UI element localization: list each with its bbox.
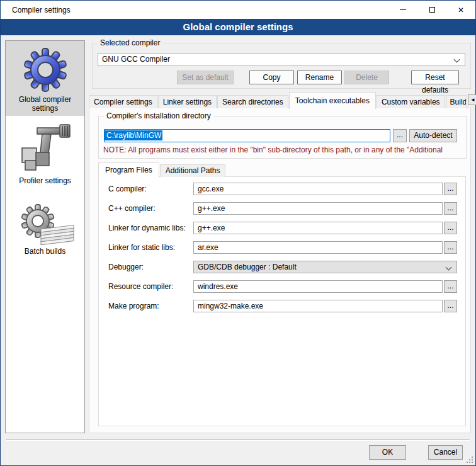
field-value: windres.exe [198, 282, 238, 291]
chevron-down-icon [454, 57, 460, 63]
tab-search-directories[interactable]: Search directories [217, 95, 288, 108]
debugger-select[interactable]: GDB/CDB debugger : Default [193, 261, 457, 273]
blue-gear-icon [23, 45, 67, 95]
rename-button[interactable]: Rename [297, 71, 342, 84]
caliper-icon [17, 122, 74, 176]
field-value: mingw32-make.exe [198, 302, 263, 310]
sidebar-item-batch-builds[interactable]: Batch builds [6, 189, 84, 259]
close-button[interactable]: ✕ [446, 1, 475, 19]
static-linker-input[interactable]: ar.exe [193, 241, 443, 254]
field-label: C compiler: [108, 183, 147, 195]
make-program-input[interactable]: mingw32-make.exe [193, 300, 443, 312]
c-compiler-input[interactable]: gcc.exe [193, 183, 443, 195]
ok-button[interactable]: OK [369, 445, 406, 460]
field-row: Resource compiler: windres.exe ... [99, 280, 465, 293]
minimize-icon [400, 9, 406, 10]
minimize-button[interactable] [388, 1, 417, 19]
chevron-down-icon [446, 264, 452, 271]
reset-defaults-button[interactable]: Reset defaults [411, 71, 459, 84]
browse-resource-compiler-button[interactable]: ... [444, 280, 457, 293]
tab-additional-paths[interactable]: Additional Paths [160, 164, 226, 177]
resize-grip[interactable] [472, 462, 473, 463]
group-label: Compiler's installation directory [104, 111, 213, 120]
compiler-select-value: GNU GCC Compiler [102, 55, 170, 64]
browse-make-program-button[interactable]: ... [444, 300, 457, 312]
cpp-compiler-input[interactable]: g++.exe [193, 202, 443, 215]
field-row: C++ compiler: g++.exe ... [99, 202, 465, 215]
titlebar: Compiler settings ✕ [1, 1, 475, 19]
maximize-icon [429, 7, 435, 13]
field-value: g++.exe [198, 224, 225, 232]
program-files-tab-bar: Program Files Additional Paths [98, 162, 226, 177]
resource-compiler-input[interactable]: windres.exe [193, 280, 443, 293]
sidebar-item-label: Global compiler settings [10, 95, 81, 113]
dialog-body: Global compiler settings [1, 35, 475, 465]
browse-static-linker-button[interactable]: ... [444, 241, 457, 254]
sidebar-item-profiler-settings[interactable]: Profiler settings [6, 116, 84, 189]
settings-category-list: Global compiler settings [5, 40, 85, 433]
delete-button[interactable]: Delete [344, 71, 389, 84]
tab-toolchain-executables[interactable]: Toolchain executables [289, 92, 376, 109]
selected-text: C:\raylib\MinGW [105, 130, 162, 140]
field-row: Debugger: GDB/CDB debugger : Default [99, 261, 465, 273]
gear-stack-icon [14, 202, 76, 247]
field-label: Resource compiler: [108, 280, 173, 293]
installation-directory-group: Compiler's installation directory C:\ray… [98, 116, 467, 159]
tab-scroll-left-button[interactable]: ◄ [468, 94, 476, 105]
browse-dynamic-linker-button[interactable]: ... [444, 222, 457, 234]
tab-compiler-settings[interactable]: Compiler settings [89, 95, 157, 108]
field-value: ar.exe [198, 243, 218, 252]
compiler-settings-dialog: Compiler settings ✕ Global compiler sett… [0, 0, 476, 466]
maximize-button[interactable] [417, 1, 446, 19]
field-value: g++.exe [198, 204, 225, 213]
dynamic-linker-input[interactable]: g++.exe [193, 222, 443, 234]
close-icon: ✕ [458, 6, 464, 14]
auto-detect-button[interactable]: Auto-detect [409, 129, 457, 142]
debugger-select-value: GDB/CDB debugger : Default [198, 263, 297, 271]
field-label: Make program: [108, 300, 159, 312]
installation-directory-input[interactable]: C:\raylib\MinGW [104, 129, 390, 142]
field-label: Debugger: [108, 261, 144, 273]
sidebar-item-label: Batch builds [10, 247, 81, 256]
field-row: Linker for dynamic libs: g++.exe ... [99, 222, 465, 234]
copy-button[interactable]: Copy [249, 71, 294, 84]
browse-c-compiler-button[interactable]: ... [444, 183, 457, 195]
field-row: Make program: mingw32-make.exe ... [99, 300, 465, 312]
sidebar-item-global-compiler-settings[interactable]: Global compiler settings [6, 41, 84, 116]
selected-compiler-group: Selected compiler GNU GCC Compiler Set a… [92, 43, 471, 89]
tab-custom-variables[interactable]: Custom variables [377, 95, 445, 108]
toolchain-executables-page: Compiler's installation directory C:\ray… [89, 108, 471, 433]
field-label: Linker for dynamic libs: [108, 222, 186, 234]
settings-tab-bar: Compiler settings Linker settings Search… [89, 94, 476, 108]
field-value: gcc.exe [198, 185, 224, 193]
tab-linker-settings[interactable]: Linker settings [158, 95, 217, 108]
arrow-left-icon: ◄ [470, 97, 475, 103]
field-row: Linker for static libs: ar.exe ... [99, 241, 465, 254]
group-label: Selected compiler [98, 38, 162, 47]
tab-program-files[interactable]: Program Files [98, 162, 159, 178]
bin-subdirectory-note: NOTE: All programs must exist either in … [103, 145, 463, 154]
field-row: C compiler: gcc.exe ... [99, 183, 465, 195]
cancel-button[interactable]: Cancel [428, 445, 463, 460]
compiler-select[interactable]: GNU GCC Compiler [98, 53, 465, 66]
caption-buttons: ✕ [388, 1, 475, 19]
browse-directory-button[interactable]: ... [393, 129, 407, 142]
sidebar-item-label: Profiler settings [10, 176, 81, 185]
dialog-header: Global compiler settings [1, 19, 475, 35]
program-files-panel: C compiler: gcc.exe ... C++ compiler: g+… [98, 176, 466, 426]
footer-divider [6, 440, 470, 441]
field-label: Linker for static libs: [108, 241, 175, 254]
set-as-default-button[interactable]: Set as default [177, 71, 234, 84]
field-label: C++ compiler: [108, 202, 156, 215]
tab-build-options[interactable]: Build options [446, 95, 467, 108]
browse-cpp-compiler-button[interactable]: ... [444, 202, 457, 215]
window-title: Compiler settings [1, 6, 71, 14]
